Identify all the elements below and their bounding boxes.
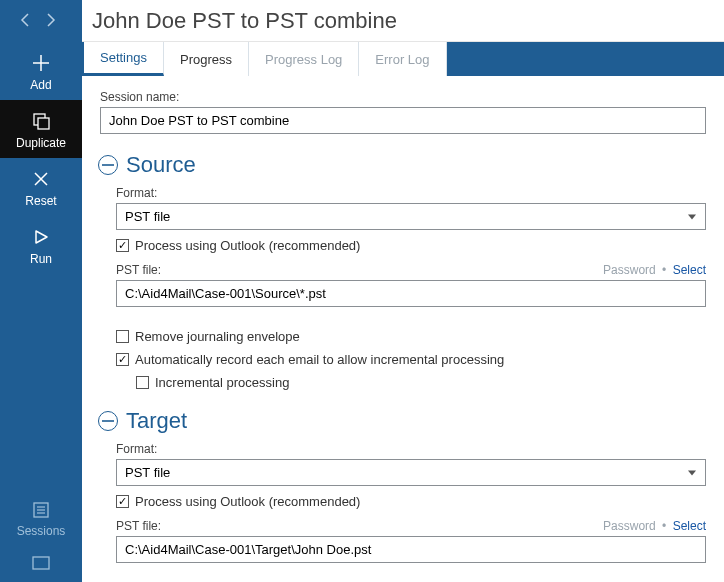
remove-journaling-label: Remove journaling envelope xyxy=(135,329,300,344)
collapse-icon[interactable] xyxy=(98,411,118,431)
nav-back-icon[interactable] xyxy=(20,13,31,30)
nav-forward-icon[interactable] xyxy=(45,13,56,30)
page-title: John Doe PST to PST combine xyxy=(82,0,724,42)
bottom-extra-icon[interactable] xyxy=(32,556,50,572)
session-name-input[interactable] xyxy=(100,107,706,134)
duplicate-button[interactable]: Duplicate xyxy=(0,100,82,158)
target-outlook-label: Process using Outlook (recommended) xyxy=(135,494,360,509)
source-header: Source xyxy=(98,152,706,178)
sidebar: Add Duplicate Reset Run xyxy=(0,0,82,582)
tab-settings[interactable]: Settings xyxy=(84,42,164,76)
reset-label: Reset xyxy=(25,194,56,208)
sessions-button[interactable]: Sessions xyxy=(17,499,66,538)
remove-journaling-checkbox[interactable] xyxy=(116,330,129,343)
tab-error-log[interactable]: Error Log xyxy=(359,42,446,76)
auto-record-label: Automatically record each email to allow… xyxy=(135,352,504,367)
close-icon xyxy=(30,168,52,190)
collapse-icon[interactable] xyxy=(98,155,118,175)
tab-bar: Settings Progress Progress Log Error Log xyxy=(82,42,724,76)
duplicate-icon xyxy=(30,110,52,132)
source-pst-label: PST file: xyxy=(116,263,161,277)
target-pst-input[interactable] xyxy=(116,536,706,563)
source-password-link[interactable]: Password xyxy=(603,263,656,277)
target-format-label: Format: xyxy=(116,442,706,456)
nav-history xyxy=(0,0,82,42)
target-pst-label: PST file: xyxy=(116,519,161,533)
svg-rect-6 xyxy=(33,557,49,569)
source-select-link[interactable]: Select xyxy=(673,263,706,277)
link-separator: • xyxy=(659,519,669,533)
tab-progress-log[interactable]: Progress Log xyxy=(249,42,359,76)
play-icon xyxy=(30,226,52,248)
link-separator: • xyxy=(659,263,669,277)
svg-rect-1 xyxy=(38,118,49,129)
target-format-select[interactable] xyxy=(116,459,706,486)
source-heading-text: Source xyxy=(126,152,196,178)
incremental-checkbox[interactable] xyxy=(136,376,149,389)
session-name-label: Session name: xyxy=(100,90,706,104)
target-heading-text: Target xyxy=(126,408,187,434)
run-button[interactable]: Run xyxy=(0,216,82,274)
source-format-select[interactable] xyxy=(116,203,706,230)
add-label: Add xyxy=(30,78,51,92)
source-format-label: Format: xyxy=(116,186,706,200)
source-outlook-checkbox[interactable] xyxy=(116,239,129,252)
sessions-label: Sessions xyxy=(17,524,66,538)
duplicate-label: Duplicate xyxy=(16,136,66,150)
target-select-link[interactable]: Select xyxy=(673,519,706,533)
sessions-icon xyxy=(30,499,52,521)
sidebar-bottom: Sessions xyxy=(0,499,82,582)
target-header: Target xyxy=(98,408,706,434)
incremental-label: Incremental processing xyxy=(155,375,289,390)
reset-button[interactable]: Reset xyxy=(0,158,82,216)
plus-icon xyxy=(30,52,52,74)
run-label: Run xyxy=(30,252,52,266)
main-area: John Doe PST to PST combine Settings Pro… xyxy=(82,0,724,582)
add-button[interactable]: Add xyxy=(0,42,82,100)
tab-progress[interactable]: Progress xyxy=(164,42,249,76)
source-pst-input[interactable] xyxy=(116,280,706,307)
auto-record-checkbox[interactable] xyxy=(116,353,129,366)
source-outlook-label: Process using Outlook (recommended) xyxy=(135,238,360,253)
content-pane: Session name: Source Format: Process usi… xyxy=(82,76,724,582)
target-outlook-checkbox[interactable] xyxy=(116,495,129,508)
target-password-link[interactable]: Password xyxy=(603,519,656,533)
